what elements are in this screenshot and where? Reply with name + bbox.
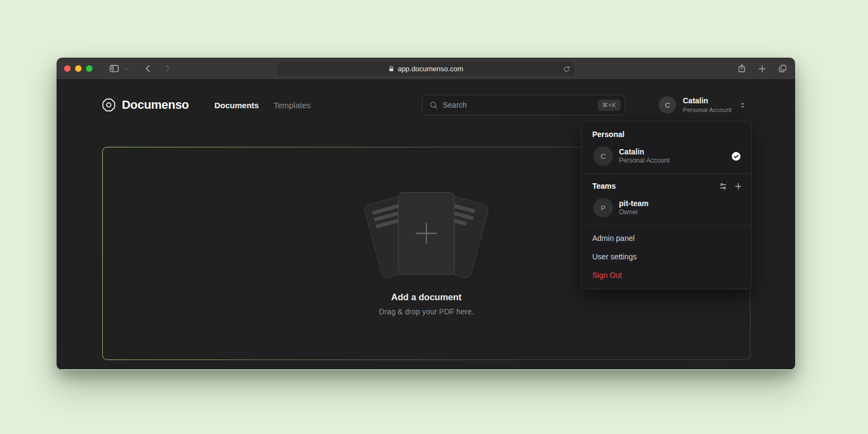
browser-toolbar: app.documenso.com	[57, 58, 795, 80]
refresh-icon[interactable]	[563, 65, 571, 73]
divider	[581, 225, 751, 226]
address-bar[interactable]: app.documenso.com	[276, 61, 575, 77]
check-circle-icon	[731, 151, 741, 162]
minimize-button[interactable]	[75, 65, 82, 72]
browser-window: app.documenso.com	[57, 58, 795, 370]
desktop: app.documenso.com	[0, 0, 868, 434]
search-box[interactable]: ⌘+K	[422, 95, 625, 115]
search-shortcut-badge: ⌘+K	[598, 100, 621, 111]
nav-templates[interactable]: Templates	[274, 101, 311, 110]
nav-documents[interactable]: Documents	[214, 101, 259, 110]
chevron-up-down-icon	[739, 102, 746, 109]
team-settings-icon[interactable]	[719, 182, 727, 190]
teams-section-heading: Teams	[581, 177, 751, 194]
dropzone-title: Add a document	[391, 292, 461, 302]
forward-icon[interactable]	[163, 64, 172, 73]
add-team-icon[interactable]	[734, 182, 742, 190]
account-name: Catalin	[683, 96, 731, 106]
main-nav: Documents Templates	[214, 101, 311, 110]
plus-icon	[414, 221, 439, 246]
documenso-logo-icon	[101, 97, 116, 113]
documenso-app: Documenso Documents Templates ⌘+K C	[57, 80, 795, 369]
toolbar-right-actions	[737, 64, 788, 73]
avatar: C	[659, 96, 676, 114]
personal-account-item[interactable]: C Catalin Personal Account	[586, 142, 747, 170]
chevron-down-icon[interactable]	[124, 66, 130, 72]
team-item[interactable]: P pit-team Owner	[586, 194, 747, 222]
sidebar-icon[interactable]	[109, 63, 120, 74]
account-subtitle: Personal Account	[683, 106, 731, 114]
document-stack-illustration	[367, 191, 486, 279]
search-icon	[429, 101, 438, 109]
zoom-button[interactable]	[86, 65, 92, 72]
new-tab-icon[interactable]	[758, 64, 767, 73]
account-menu-trigger[interactable]: C Catalin Personal Account	[659, 96, 746, 114]
share-icon[interactable]	[737, 64, 747, 73]
lock-icon	[388, 65, 394, 72]
tabs-overview-icon[interactable]	[778, 64, 788, 73]
brand-name: Documenso	[122, 98, 189, 112]
personal-section-heading: Personal	[581, 126, 751, 142]
dropzone-subtitle: Drag & drop your PDF here.	[379, 307, 474, 316]
divider	[581, 173, 751, 174]
search-input[interactable]	[443, 101, 598, 109]
back-icon[interactable]	[143, 64, 153, 73]
close-button[interactable]	[64, 65, 71, 72]
avatar: P	[593, 198, 613, 218]
menu-item-sign-out[interactable]: Sign Out	[581, 266, 751, 284]
url-text: app.documenso.com	[398, 65, 463, 73]
account-dropdown-menu: Personal C Catalin Personal Account Team…	[581, 121, 752, 289]
avatar: C	[593, 146, 613, 166]
menu-item-user-settings[interactable]: User settings	[581, 247, 751, 266]
brand[interactable]: Documenso	[101, 97, 189, 113]
menu-item-admin-panel[interactable]: Admin panel	[581, 229, 751, 247]
window-controls	[64, 65, 92, 72]
document-card-center	[398, 192, 455, 275]
